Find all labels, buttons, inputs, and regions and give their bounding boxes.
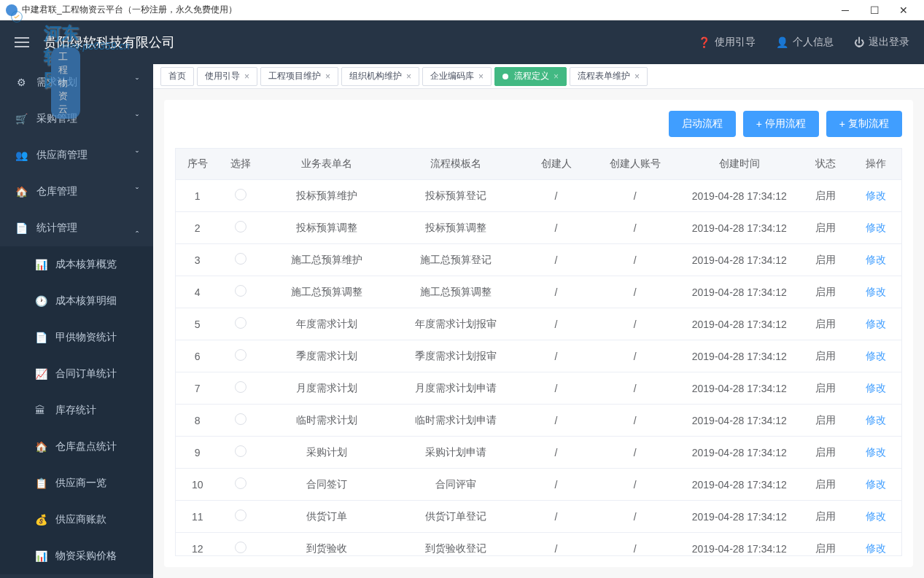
chevron-down-icon: ˇ <box>136 187 139 197</box>
edit-link[interactable]: 修改 <box>866 350 886 362</box>
maximize-button[interactable]: ☐ <box>860 0 889 20</box>
submenu-item-6[interactable]: 📋供应商一览 <box>0 465 153 501</box>
cell-action: 修改 <box>851 340 901 372</box>
edit-link[interactable]: 修改 <box>866 542 886 554</box>
cell-creator: / <box>520 533 591 557</box>
hamburger-menu[interactable] <box>15 34 29 50</box>
cell-select[interactable] <box>219 308 262 340</box>
edit-link[interactable]: 修改 <box>866 478 886 490</box>
close-button[interactable]: ✕ <box>889 0 918 20</box>
tab-4[interactable]: 企业编码库× <box>422 67 492 86</box>
sidebar-item-3[interactable]: 🏠 仓库管理 ˇ <box>0 173 153 210</box>
cell-seq: 12 <box>176 533 219 557</box>
sidebar-item-4[interactable]: 📄 统计管理 ˇ <box>0 210 153 246</box>
radio-icon[interactable] <box>235 189 246 200</box>
submenu-item-7[interactable]: 💰供应商账款 <box>0 501 153 538</box>
start-process-button[interactable]: 启动流程 <box>669 111 736 137</box>
radio-icon[interactable] <box>235 413 246 425</box>
cell-account: / <box>592 469 678 501</box>
cell-select[interactable] <box>219 372 262 405</box>
tab-0[interactable]: 首页 <box>160 67 194 86</box>
radio-icon[interactable] <box>235 349 246 361</box>
submenu-item-0[interactable]: 📊成本核算概览 <box>0 246 153 283</box>
cell-select[interactable] <box>219 276 262 308</box>
cell-select[interactable] <box>219 405 262 437</box>
cell-seq: 1 <box>176 180 219 212</box>
close-icon[interactable]: × <box>325 71 330 82</box>
edit-link[interactable]: 修改 <box>866 222 886 233</box>
cell-select[interactable] <box>219 244 262 276</box>
table-row: 2 投标预算调整 投标预算调整 / / 2019-04-28 17:34:12 … <box>176 212 901 244</box>
submenu-item-4[interactable]: 🏛库存统计 <box>0 392 153 429</box>
tab-5[interactable]: 流程定义× <box>494 67 567 86</box>
edit-link[interactable]: 修改 <box>866 286 886 297</box>
chevron-down-icon: ˇ <box>136 77 139 87</box>
cell-select[interactable] <box>219 340 262 372</box>
tab-3[interactable]: 组织机构维护× <box>341 67 419 86</box>
menu-icon: 👥 <box>15 149 28 161</box>
cell-status: 启用 <box>801 308 851 340</box>
radio-icon[interactable] <box>235 285 246 297</box>
cell-select[interactable] <box>219 212 262 244</box>
radio-icon[interactable] <box>235 477 246 489</box>
th-name: 业务表单名 <box>263 149 392 180</box>
radio-icon[interactable] <box>235 509 246 521</box>
cell-select[interactable] <box>219 533 262 557</box>
close-icon[interactable]: × <box>244 71 249 82</box>
guide-action[interactable]: ❓ 使用引导 <box>698 36 756 49</box>
cell-creator: / <box>520 276 591 308</box>
submenu-item-5[interactable]: 🏠仓库盘点统计 <box>0 429 153 465</box>
edit-link[interactable]: 修改 <box>866 414 886 426</box>
copy-process-button[interactable]: + 复制流程 <box>826 111 902 137</box>
cell-action: 修改 <box>851 276 901 308</box>
table-container[interactable]: 序号 选择 业务表单名 流程模板名 创建人 创建人账号 创建时间 状态 操作 1 <box>175 148 902 556</box>
sidebar-item-0[interactable]: ⚙ 需求计划 ˇ <box>0 64 153 101</box>
power-icon: ⏻ <box>854 36 864 48</box>
cell-select[interactable] <box>219 469 262 501</box>
cell-seq: 5 <box>176 308 219 340</box>
edit-link[interactable]: 修改 <box>866 510 886 522</box>
radio-icon[interactable] <box>235 253 246 265</box>
minimize-button[interactable]: ─ <box>831 0 860 20</box>
edit-link[interactable]: 修改 <box>866 446 886 458</box>
cell-select[interactable] <box>219 437 262 469</box>
radio-icon[interactable] <box>235 317 246 329</box>
submenu-item-8[interactable]: 📊物资采购价格 <box>0 538 153 574</box>
edit-link[interactable]: 修改 <box>866 190 886 201</box>
cell-seq: 7 <box>176 372 219 405</box>
close-icon[interactable]: × <box>554 71 559 82</box>
close-icon[interactable]: × <box>406 71 411 82</box>
stop-process-button[interactable]: + 停用流程 <box>743 111 819 137</box>
edit-link[interactable]: 修改 <box>866 382 886 394</box>
cell-status: 启用 <box>801 372 851 405</box>
table-row: 12 到货验收 到货验收登记 / / 2019-04-28 17:34:12 启… <box>176 533 901 557</box>
cell-select[interactable] <box>219 180 262 212</box>
tab-6[interactable]: 流程表单维护× <box>570 67 648 86</box>
sidebar-item-2[interactable]: 👥 供应商管理 ˇ <box>0 137 153 173</box>
edit-link[interactable]: 修改 <box>866 318 886 329</box>
submenu-item-3[interactable]: 📈合同订单统计 <box>0 356 153 392</box>
th-select: 选择 <box>219 149 262 180</box>
edit-link[interactable]: 修改 <box>866 254 886 265</box>
radio-icon[interactable] <box>235 542 246 553</box>
radio-icon[interactable] <box>235 221 246 233</box>
th-creator: 创建人 <box>520 149 591 180</box>
logout-action[interactable]: ⏻ 退出登录 <box>854 36 909 49</box>
cell-time: 2019-04-28 17:34:12 <box>678 501 801 533</box>
tab-1[interactable]: 使用引导× <box>197 67 257 86</box>
radio-icon[interactable] <box>235 445 246 457</box>
submenu-item-2[interactable]: 📄甲供物资统计 <box>0 319 153 356</box>
cell-status: 启用 <box>801 212 851 244</box>
cell-name: 临时需求计划 <box>263 405 392 437</box>
profile-action[interactable]: 👤 个人信息 <box>776 36 834 49</box>
sidebar-item-1[interactable]: 🛒 采购管理 ˇ <box>0 101 153 137</box>
close-icon[interactable]: × <box>634 71 640 82</box>
submenu-item-1[interactable]: 🕐成本核算明细 <box>0 283 153 319</box>
cell-action: 修改 <box>851 180 901 212</box>
radio-icon[interactable] <box>235 381 246 393</box>
close-icon[interactable]: × <box>478 71 484 82</box>
cell-time: 2019-04-28 17:34:12 <box>678 244 801 276</box>
tab-2[interactable]: 工程项目维护× <box>260 67 338 86</box>
table-row: 3 施工总预算维护 施工总预算登记 / / 2019-04-28 17:34:1… <box>176 244 901 276</box>
cell-select[interactable] <box>219 501 262 533</box>
